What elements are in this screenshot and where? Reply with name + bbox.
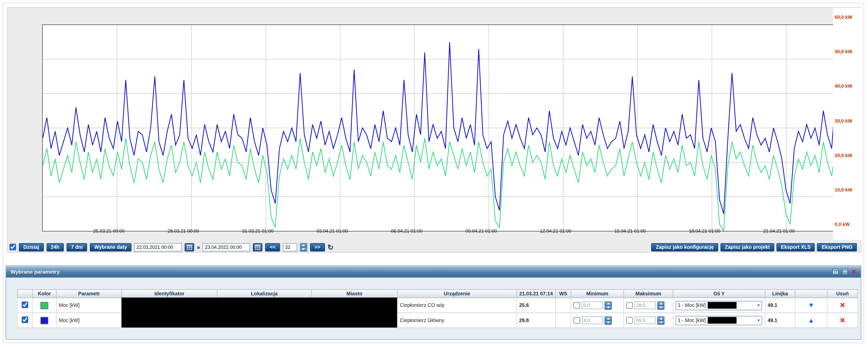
x-axis-tick-label: 18.04.21 01:00 <box>680 228 729 234</box>
save-config-button[interactable]: Zapisz jako konfigurację <box>651 243 718 251</box>
parameter-name: Moc [kW] <box>56 298 122 313</box>
min-spinner[interactable] <box>604 301 612 310</box>
redaction-box <box>121 298 397 328</box>
spinner-up-icon[interactable] <box>605 302 611 305</box>
calendar-icon <box>186 244 192 250</box>
move-up-icon[interactable]: ▲ <box>808 316 814 324</box>
btn-24h[interactable]: 24h <box>46 243 64 251</box>
col-move <box>795 289 827 298</box>
col-timestamp: 21.03.21 07:14 <box>517 289 555 298</box>
spinner-down-icon[interactable] <box>605 305 611 309</box>
save-project-button[interactable]: Zapisz jako projekt <box>720 243 774 251</box>
min-input[interactable] <box>582 301 603 309</box>
btn-dzisiaj[interactable]: Dzisiaj <box>19 243 43 251</box>
export-toolbar: Zapisz jako konfigurację Zapisz jako pro… <box>651 242 857 252</box>
min-input[interactable] <box>582 316 603 324</box>
col-identyfikator: Identyfikator <box>122 289 217 298</box>
btn-7dni[interactable]: 7 dni <box>66 243 87 251</box>
move-down-icon[interactable]: ▼ <box>808 301 814 309</box>
col-parametr: Parametr <box>56 289 122 298</box>
master-checkbox[interactable] <box>9 244 16 250</box>
spinner-down-icon[interactable] <box>658 320 664 324</box>
y-axis-tick-label: 10,0 kW <box>835 187 852 193</box>
min-spinner[interactable] <box>604 316 612 324</box>
y-axis-tick-label: 60,0 kW <box>835 15 852 20</box>
col-check <box>18 289 32 298</box>
max-input[interactable] <box>634 301 656 309</box>
color-swatch[interactable] <box>40 302 48 309</box>
col-os-y: Oś Y <box>673 289 765 298</box>
spinner-down-icon[interactable] <box>658 305 664 309</box>
row-checkbox[interactable] <box>22 301 28 308</box>
chart-plot-area[interactable] <box>42 24 836 232</box>
date-from-input[interactable] <box>134 243 182 251</box>
configure-icon[interactable] <box>842 269 848 275</box>
y-axis-labels: 60,0 kW50,0 kW40,0 kW30,0 kW20,0 kW10,0 … <box>835 0 868 239</box>
calendar-from-button[interactable] <box>185 243 194 251</box>
min-checkbox[interactable] <box>574 302 580 309</box>
btn-wybrane-daty[interactable]: Wybrane daty <box>90 243 131 251</box>
date-to-input[interactable] <box>203 243 250 251</box>
chevron-down-icon: ▾ <box>757 317 760 323</box>
device-name: Ciepłomierz CO w/p <box>397 298 517 313</box>
row-checkbox[interactable] <box>22 316 28 323</box>
x-axis-labels: 25.03.21 00:0028.03.21 00:0031.03.21 01:… <box>0 228 868 235</box>
ws-cell <box>555 298 571 313</box>
color-swatch[interactable] <box>40 317 48 324</box>
prev-range-button[interactable]: << <box>265 243 280 251</box>
table-header-row: Kolor Parametr Identyfikator Lokalizacja… <box>18 289 858 298</box>
spinner-down-icon[interactable] <box>301 247 307 251</box>
col-ws: WS <box>555 289 571 298</box>
close-icon[interactable]: ✕ <box>851 269 857 275</box>
x-axis-tick-label: 31.03.21 01:00 <box>233 228 283 234</box>
collapse-icon[interactable] <box>832 269 838 275</box>
ws-cell <box>555 313 571 328</box>
col-lokalizacja: Lokalizacja <box>217 289 311 298</box>
y-axis-select[interactable]: 1 - Moc [kW] ▾ <box>676 316 762 325</box>
export-xls-button[interactable]: Eksport XLS <box>777 243 815 251</box>
col-kolor: Kolor <box>32 289 56 298</box>
calendar-to-button[interactable] <box>253 243 263 251</box>
device-name: Ciepłomierz Główny <box>397 313 517 328</box>
current-value: 25.6 <box>517 298 555 313</box>
x-axis-tick-label: 15.04.21 01:00 <box>605 228 655 234</box>
max-spinner[interactable] <box>657 316 664 324</box>
y-axis-tick-label: 50,0 kW <box>835 49 852 55</box>
ruler-value: 49.1 <box>765 313 795 328</box>
y-axis-tick-label: 40,0 kW <box>835 84 852 89</box>
spinner-up-icon[interactable] <box>301 243 307 247</box>
range-spinner[interactable] <box>300 243 307 251</box>
refresh-icon[interactable]: ↻ <box>328 243 334 251</box>
spinner-up-icon[interactable] <box>605 317 611 320</box>
max-checkbox[interactable] <box>626 302 633 309</box>
date-separator: » <box>197 244 200 250</box>
parameter-name: Moc [kW] <box>56 313 122 328</box>
panel-title: Wybrane parametry <box>10 269 60 275</box>
x-axis-tick-label: 03.04.21 01:00 <box>307 228 357 234</box>
next-range-button[interactable]: >> <box>310 243 324 251</box>
export-png-button[interactable]: Eksport PNG <box>817 243 857 251</box>
spinner-up-icon[interactable] <box>658 302 664 305</box>
col-linijka: Linijka <box>765 289 795 298</box>
x-axis-tick-label: 06.04.21 01:00 <box>382 228 432 234</box>
x-axis-tick-label: 25.03.21 00:00 <box>84 228 134 234</box>
x-axis-tick-label: 21.04.21 01:00 <box>754 228 804 234</box>
max-spinner[interactable] <box>657 301 664 310</box>
redaction-inline <box>708 302 736 309</box>
y-axis-select[interactable]: 1 - Moc [kW] ▾ <box>676 300 762 310</box>
delete-icon[interactable]: ✕ <box>840 316 845 324</box>
panel-header: Wybrane parametry ✕ <box>6 266 861 277</box>
y-axis-select-value: 1 - Moc [kW] <box>678 317 706 323</box>
min-checkbox[interactable] <box>574 317 580 324</box>
redaction-inline <box>708 317 736 324</box>
ruler-value: 49.1 <box>765 298 795 313</box>
col-maksimum: Maksimum <box>624 289 673 298</box>
current-value: 29.8 <box>517 313 555 328</box>
app-window: 25.03.21 00:0028.03.21 00:0031.03.21 01:… <box>0 0 868 347</box>
range-length-input[interactable] <box>283 243 297 251</box>
delete-icon[interactable]: ✕ <box>840 301 845 309</box>
max-input[interactable] <box>634 316 656 324</box>
spinner-up-icon[interactable] <box>658 317 664 320</box>
spinner-down-icon[interactable] <box>605 320 611 324</box>
max-checkbox[interactable] <box>626 317 633 324</box>
